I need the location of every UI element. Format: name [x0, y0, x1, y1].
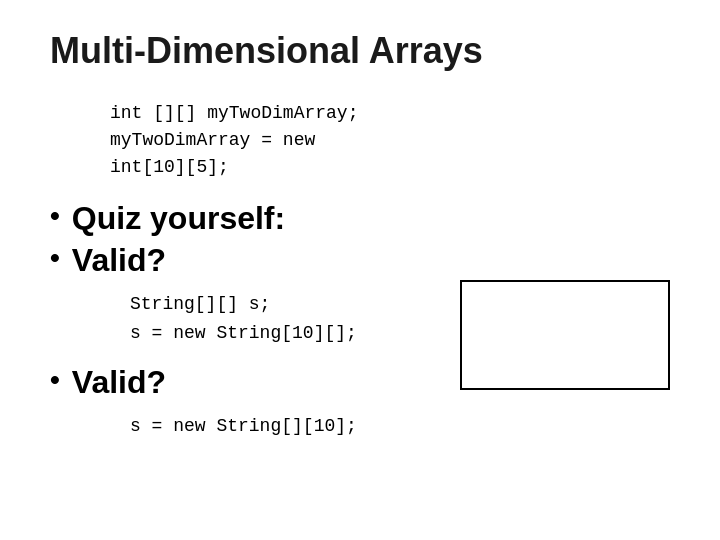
slide: Multi-Dimensional Arrays int [][] myTwoD…: [0, 0, 720, 540]
bullet-dot-3: •: [50, 363, 60, 397]
bullet-text-2: Valid?: [72, 241, 166, 279]
bullet-dot-2: •: [50, 241, 60, 275]
code-line-1: int [][] myTwoDimArray;: [110, 100, 670, 127]
slide-title: Multi-Dimensional Arrays: [50, 30, 670, 72]
bullet-item-2: • Valid?: [50, 241, 670, 279]
box-outline: [460, 280, 670, 390]
bullet-section-1: • Quiz yourself: • Valid?: [50, 199, 670, 280]
bullet-text-3: Valid?: [72, 363, 166, 401]
code-line-6: s = new String[][10];: [130, 412, 670, 441]
bullet-dot-1: •: [50, 199, 60, 233]
code-line-2: myTwoDimArray = new: [110, 127, 670, 154]
bullet-text-1: Quiz yourself:: [72, 199, 285, 237]
code-block-3: s = new String[][10];: [130, 412, 670, 441]
code-block-1: int [][] myTwoDimArray; myTwoDimArray = …: [110, 100, 670, 181]
bullet-item-1: • Quiz yourself:: [50, 199, 670, 237]
code-line-3: int[10][5];: [110, 154, 670, 181]
